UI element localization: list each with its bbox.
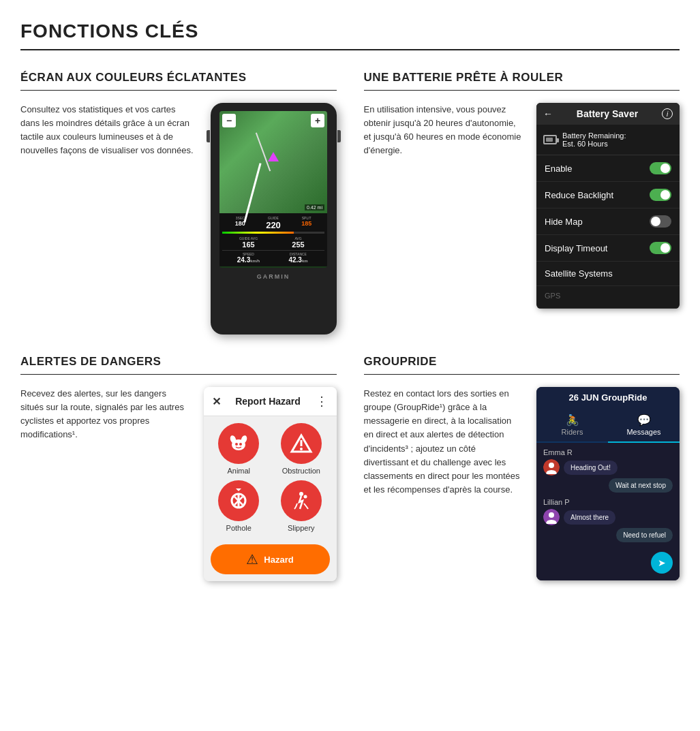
map-zoom-out: − bbox=[222, 114, 236, 127]
section-hazard-text: Recevez des alertes, sur les dangers sit… bbox=[20, 387, 190, 442]
toggle-knob-backlight bbox=[660, 190, 670, 200]
gr-lillian-bubble1-row: Almost there bbox=[543, 509, 673, 525]
hazard-item-pothole[interactable]: Pothole bbox=[211, 480, 268, 532]
hazard-header-title: Report Hazard bbox=[235, 396, 301, 407]
gr-lillian-name: Lillian P bbox=[543, 498, 673, 506]
stat-avg: AVG 255 bbox=[273, 236, 323, 249]
stat-speed: SPEED 24.3km/h bbox=[224, 252, 273, 264]
riders-icon: 🚴 bbox=[566, 414, 579, 426]
hazard-pothole-label: Pothole bbox=[226, 524, 252, 532]
battery-remaining-text: Battery Remaining: Est. 60 Hours bbox=[562, 131, 626, 148]
battery-toggle-hidemap[interactable] bbox=[650, 215, 671, 228]
section-screen: ÉCRAN AUX COULEURS ÉCLATANTES Consultez … bbox=[20, 71, 337, 355]
section-groupride-divider bbox=[364, 374, 680, 375]
device-btn-right bbox=[337, 130, 341, 142]
gr-lillian-bubble2-row: Need to refuel bbox=[543, 528, 673, 542]
stat-speed-unit: km/h bbox=[250, 259, 260, 263]
section-battery-text: En utilisation intensive, vous pouvez ob… bbox=[364, 103, 523, 158]
section-battery-divider bbox=[364, 90, 680, 91]
back-icon[interactable]: ← bbox=[543, 108, 553, 119]
gr-emma-name: Emma R bbox=[543, 448, 673, 456]
hazard-close-icon[interactable]: ✕ bbox=[212, 395, 221, 408]
svg-point-14 bbox=[303, 495, 307, 499]
battery-satellite-sublabel: GPS bbox=[545, 292, 560, 300]
battery-row-backlight-label: Reduce Backlight bbox=[545, 190, 613, 200]
gr-emma-avatar bbox=[543, 459, 560, 476]
stat-guide: GUIDE 220 bbox=[257, 216, 290, 230]
battery-row-satellite: Satellite Systems bbox=[536, 262, 680, 286]
main-grid: ÉCRAN AUX COULEURS ÉCLATANTES Consultez … bbox=[20, 71, 680, 602]
section-screen-body: Consultez vos statistiques et vos cartes… bbox=[20, 103, 337, 335]
battery-row-timeout-label: Display Timeout bbox=[545, 243, 607, 253]
section-screen-divider bbox=[20, 90, 337, 91]
stat-guide-avg-value: 165 bbox=[224, 240, 273, 249]
stats-bar: 3SEC 180 GUIDE 220 SPLIT 185 bbox=[219, 213, 327, 266]
gr-send-row: ➤ bbox=[543, 548, 673, 575]
battery-row-enable-label: Enable bbox=[545, 164, 572, 174]
battery-toggle-enable[interactable] bbox=[650, 162, 671, 174]
gr-emma-bubble2-row: Wait at next stop bbox=[543, 478, 673, 493]
stat-distance: DISTANCE 42.3km bbox=[273, 252, 323, 264]
stats-top: 3SEC 180 GUIDE 220 SPLIT 185 bbox=[222, 215, 324, 230]
battery-row-timeout: Display Timeout bbox=[536, 235, 680, 262]
gr-person-lillian: Lillian P Almost there Need to r bbox=[543, 498, 673, 542]
battery-row-enable: Enable bbox=[536, 155, 680, 182]
section-groupride-body: Restez en contact lors des sorties en gr… bbox=[364, 387, 680, 580]
section-hazard: ALERTES DE DANGERS Recevez des alertes, … bbox=[20, 355, 337, 602]
svg-point-4 bbox=[239, 443, 242, 446]
section-battery: UNE BATTERIE PRÊTE À ROULER En utilisati… bbox=[364, 71, 680, 355]
gr-emma-bubble2: Wait at next stop bbox=[609, 478, 673, 493]
section-screen-text: Consultez vos statistiques et vos cartes… bbox=[20, 103, 197, 158]
hazard-item-slippery[interactable]: Slippery bbox=[273, 480, 330, 532]
stats-mid: GUIDE AVG 165 AVG 255 bbox=[222, 235, 324, 250]
toggle-knob-hidemap bbox=[651, 217, 660, 226]
battery-toggle-timeout[interactable] bbox=[650, 242, 671, 254]
section-hazard-title: ALERTES DE DANGERS bbox=[20, 355, 337, 369]
page-title: FONCTIONS CLÉS bbox=[20, 20, 680, 42]
section-groupride-title: GROUPRIDE bbox=[364, 355, 680, 369]
hazard-grid: Animal Obstruction bbox=[204, 416, 337, 539]
hazard-menu-icon[interactable]: ⋮ bbox=[316, 394, 329, 409]
gr-emma-bubble1: Heading Out! bbox=[564, 461, 618, 475]
svg-point-13 bbox=[299, 492, 303, 496]
stat-3sec-value: 180 bbox=[224, 220, 257, 227]
hazard-item-obstruction[interactable]: Obstruction bbox=[273, 423, 330, 475]
hazard-button[interactable]: ⚠ Hazard bbox=[211, 544, 330, 574]
stats-bottom: SPEED 24.3km/h DISTANCE 42.3km bbox=[222, 250, 324, 265]
gr-lillian-avatar bbox=[543, 509, 560, 525]
gr-tab-messages-label: Messages bbox=[626, 428, 660, 436]
gr-send-button[interactable]: ➤ bbox=[651, 552, 673, 574]
section-battery-title: UNE BATTERIE PRÊTE À ROULER bbox=[364, 71, 680, 84]
map-background: − + 0.42 mi bbox=[219, 111, 327, 213]
svg-point-16 bbox=[549, 463, 554, 468]
hazard-obstruction-label: Obstruction bbox=[282, 467, 320, 475]
section-hazard-divider bbox=[20, 374, 337, 375]
stat-distance-value: 42.3km bbox=[273, 256, 323, 264]
gr-emma-bubble1-row: Heading Out! bbox=[543, 459, 673, 476]
gps-device: − + 0.42 mi 3SEC 180 bbox=[211, 103, 337, 335]
battery-remaining-label: Battery Remaining: bbox=[562, 131, 626, 140]
hazard-bottom: ⚠ Hazard bbox=[204, 539, 337, 581]
gr-tab-riders[interactable]: 🚴 Riders bbox=[536, 408, 608, 441]
stat-split-value: 185 bbox=[290, 220, 323, 227]
hazard-obstruction-icon bbox=[281, 423, 322, 464]
battery-row-satellite-sub: GPS bbox=[536, 286, 680, 309]
gr-person-emma: Emma R Heading Out! Wait at next bbox=[543, 448, 673, 493]
info-icon[interactable]: i bbox=[662, 108, 673, 119]
stat-speed-value: 24.3km/h bbox=[224, 256, 273, 264]
hazard-pothole-icon bbox=[218, 480, 259, 521]
battery-toggle-backlight[interactable] bbox=[650, 189, 671, 201]
section-hazard-body: Recevez des alertes, sur les dangers sit… bbox=[20, 387, 337, 581]
map-distance: 0.42 mi bbox=[305, 204, 324, 211]
section-battery-body: En utilisation intensive, vous pouvez ob… bbox=[364, 103, 680, 309]
hazard-header: ✕ Report Hazard ⋮ bbox=[204, 387, 337, 416]
map-zoom-in: + bbox=[311, 114, 324, 127]
battery-remaining-row: Battery Remaining: Est. 60 Hours bbox=[536, 125, 680, 155]
stat-3sec: 3SEC 180 bbox=[224, 216, 257, 230]
gr-tab-messages[interactable]: 💬 Messages bbox=[608, 408, 680, 443]
progress-bar-fill bbox=[222, 232, 294, 234]
svg-point-18 bbox=[549, 512, 554, 518]
hazard-item-animal[interactable]: Animal bbox=[211, 423, 268, 475]
section-groupride: GROUPRIDE Restez en contact lors des sor… bbox=[364, 355, 680, 602]
battery-icon bbox=[543, 135, 557, 144]
